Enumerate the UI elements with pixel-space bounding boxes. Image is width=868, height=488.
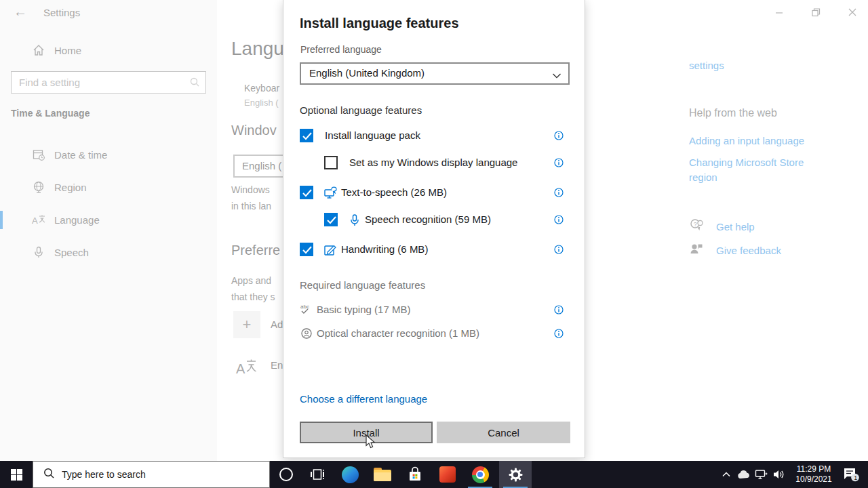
onedrive-tray-button[interactable] <box>735 461 753 488</box>
feature-row-speech-recognition: Speech recognition (59 MB) <box>283 213 586 228</box>
feature-row-ocr: Optical character recognition (1 MB) <box>283 327 586 342</box>
edge-icon <box>342 466 359 483</box>
network-icon <box>755 469 768 480</box>
feature-label: Optical character recognition (1 MB) <box>317 327 479 339</box>
checkbox-handwriting[interactable] <box>300 243 313 256</box>
dialog-title: Install language features <box>300 16 459 31</box>
file-explorer-icon <box>374 468 391 481</box>
file-explorer-button[interactable] <box>366 461 399 488</box>
info-icon[interactable] <box>554 305 564 314</box>
task-view-icon <box>310 468 325 481</box>
settings-gear-icon <box>508 467 524 483</box>
install-language-features-dialog: Install language features Preferred lang… <box>283 0 585 458</box>
edge-button[interactable] <box>334 461 366 488</box>
volume-tray-button[interactable] <box>770 461 788 488</box>
store-button[interactable] <box>399 461 431 488</box>
checkbox-install-language-pack[interactable] <box>300 129 313 142</box>
mouse-cursor <box>365 434 377 452</box>
action-center-button[interactable]: 1 <box>840 461 863 488</box>
handwriting-pen-icon <box>323 243 337 257</box>
ocr-icon <box>300 327 313 340</box>
taskbar-search-box[interactable] <box>33 461 270 488</box>
tray-expand-button[interactable] <box>717 461 735 488</box>
feature-label: Handwriting (6 MB) <box>341 243 428 255</box>
search-icon <box>43 467 55 482</box>
info-icon[interactable] <box>554 188 564 197</box>
choose-different-language-link[interactable]: Choose a different language <box>300 393 427 405</box>
preferred-language-dropdown[interactable]: English (United Kingdom) <box>300 62 570 85</box>
start-button[interactable] <box>0 461 33 488</box>
task-view-button[interactable] <box>301 461 334 488</box>
checkbox-speech-recognition[interactable] <box>324 213 338 226</box>
taskbar-search-input[interactable] <box>62 469 252 480</box>
settings-taskbar-button[interactable] <box>499 461 532 488</box>
start-icon <box>11 469 22 481</box>
action-center-icon: 1 <box>842 466 860 483</box>
optional-features-header: Optional language features <box>300 104 422 116</box>
clock-time: 11:29 PM <box>797 464 831 474</box>
required-features-header: Required language features <box>300 279 425 291</box>
network-tray-button[interactable] <box>753 461 770 488</box>
svg-text:1: 1 <box>854 474 857 481</box>
feature-row-text-to-speech: Text-to-speech (26 MB) <box>283 186 586 201</box>
volume-icon <box>773 469 785 480</box>
chevron-down-icon <box>552 70 561 82</box>
feature-row-basic-typing: abc Basic typing (17 MB) <box>283 303 586 318</box>
info-icon[interactable] <box>554 245 564 254</box>
info-icon[interactable] <box>554 215 564 224</box>
tray-chevron-icon <box>722 472 730 477</box>
onedrive-cloud-icon <box>737 470 751 479</box>
microphone-icon <box>349 214 362 227</box>
dropdown-value: English (United Kingdom) <box>309 67 425 79</box>
cortana-icon <box>279 468 293 481</box>
store-icon <box>407 466 423 483</box>
chrome-button[interactable] <box>464 461 496 488</box>
screen: ← Settings Home Time & Lan <box>0 0 868 488</box>
clock-date: 10/9/2021 <box>795 474 831 485</box>
office-icon <box>439 466 456 483</box>
svg-text:abc: abc <box>300 304 309 310</box>
info-icon[interactable] <box>554 158 564 167</box>
feature-row-set-display-language: Set as my Windows display language <box>283 156 586 171</box>
basic-typing-icon: abc <box>300 303 313 317</box>
preferred-language-label: Preferred language <box>300 44 382 55</box>
info-icon[interactable] <box>554 329 564 338</box>
feature-label: Text-to-speech (26 MB) <box>341 186 447 198</box>
feature-row-handwriting: Handwriting (6 MB) <box>283 243 586 258</box>
feature-label: Install language pack <box>325 129 420 141</box>
feature-label: Speech recognition (59 MB) <box>365 214 491 225</box>
text-to-speech-icon <box>323 186 337 200</box>
info-icon[interactable] <box>554 131 564 140</box>
taskbar-clock[interactable]: 11:29 PM 10/9/2021 <box>789 461 838 488</box>
taskbar: 11:29 PM 10/9/2021 1 <box>0 461 868 488</box>
checkbox-set-display-language[interactable] <box>324 156 338 169</box>
cancel-button[interactable]: Cancel <box>437 422 570 443</box>
feature-row-install-language-pack: Install language pack <box>283 129 586 144</box>
feature-label: Basic typing (17 MB) <box>317 304 410 315</box>
chrome-icon <box>472 466 489 483</box>
checkbox-text-to-speech[interactable] <box>300 186 313 199</box>
cortana-button[interactable] <box>270 461 302 488</box>
feature-label: Set as my Windows display language <box>349 157 517 168</box>
office-button[interactable] <box>431 461 464 488</box>
